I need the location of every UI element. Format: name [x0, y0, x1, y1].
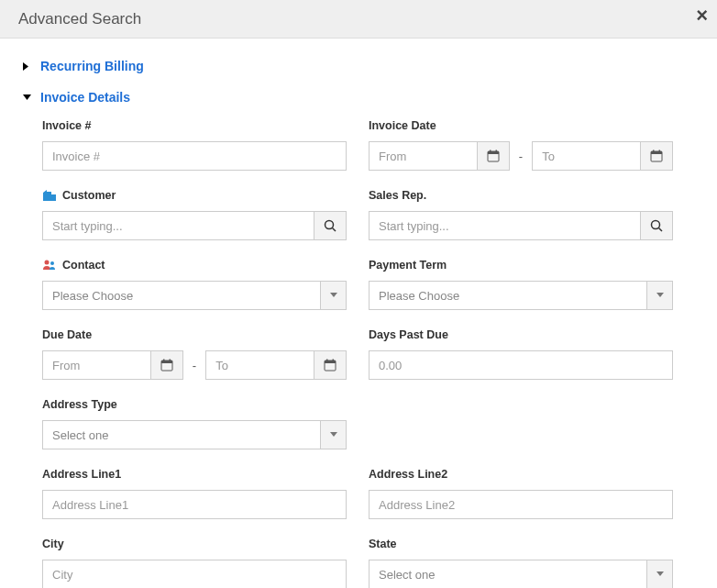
input-days-past-due[interactable] [369, 350, 673, 380]
dialog-header: Advanced Search × [0, 0, 717, 39]
select-state[interactable]: Select one [369, 560, 673, 588]
field-address-line2: Address Line2 [369, 468, 695, 519]
invoice-form: Invoice # Invoice Date - [22, 119, 695, 588]
select-address-type-value: Select one [52, 428, 108, 442]
building-icon [42, 189, 57, 202]
label-customer: Customer [42, 189, 347, 202]
search-icon[interactable] [314, 211, 347, 240]
svg-rect-5 [651, 151, 662, 154]
field-sales-rep: Sales Rep. [369, 189, 695, 240]
chevron-down-icon [22, 94, 35, 102]
select-state-value: Select one [379, 568, 435, 582]
section-invoice-details: Invoice Details Invoice # Invoice Date [22, 86, 695, 588]
calendar-icon[interactable] [314, 350, 347, 380]
label-city: City [42, 538, 347, 550]
chevron-down-icon [320, 282, 346, 309]
label-sales-rep: Sales Rep. [369, 189, 673, 202]
label-invoice-number: Invoice # [42, 119, 347, 132]
field-due-date: Due Date - [42, 328, 369, 380]
select-contact[interactable]: Please Choose [42, 281, 347, 310]
section-toggle-invoice[interactable]: Invoice Details [22, 86, 695, 108]
field-address-line1: Address Line1 [42, 468, 369, 519]
input-address-line2[interactable] [369, 490, 673, 519]
svg-rect-7 [659, 150, 661, 153]
field-contact: Contact Please Choose [42, 259, 369, 310]
input-due-date-to[interactable] [205, 350, 314, 380]
field-empty [369, 398, 695, 449]
input-address-line1[interactable] [42, 490, 347, 519]
input-invoice-number[interactable] [42, 141, 347, 171]
calendar-icon[interactable] [150, 350, 183, 380]
label-contact-text: Contact [62, 259, 105, 272]
svg-point-13 [50, 261, 54, 265]
label-payment-term: Payment Term [369, 259, 673, 272]
search-icon[interactable] [640, 211, 673, 240]
svg-point-10 [652, 221, 660, 229]
field-customer: Customer [42, 189, 369, 240]
chevron-down-icon [646, 282, 672, 309]
input-invoice-date-from[interactable] [369, 141, 477, 171]
chevron-right-icon [22, 61, 35, 72]
svg-rect-15 [161, 361, 172, 363]
svg-rect-19 [325, 361, 336, 363]
label-customer-text: Customer [62, 189, 116, 202]
svg-line-11 [659, 228, 663, 232]
calendar-icon[interactable] [477, 141, 510, 171]
svg-rect-16 [163, 360, 165, 362]
label-address-line2: Address Line2 [369, 468, 673, 481]
svg-rect-20 [326, 360, 328, 362]
select-address-type[interactable]: Select one [42, 420, 347, 449]
section-title-invoice: Invoice Details [40, 90, 130, 105]
svg-rect-1 [488, 151, 499, 154]
svg-rect-17 [169, 360, 171, 362]
field-invoice-number: Invoice # [42, 119, 369, 171]
svg-point-8 [325, 221, 334, 229]
label-address-type: Address Type [42, 398, 347, 411]
label-address-line1: Address Line1 [42, 468, 347, 481]
svg-line-9 [333, 228, 336, 232]
select-payment-term-value: Please Choose [379, 289, 459, 303]
calendar-icon[interactable] [640, 141, 673, 171]
chevron-down-icon [320, 421, 346, 449]
field-payment-term: Payment Term Please Choose [369, 259, 695, 310]
chevron-down-icon [646, 560, 672, 588]
svg-point-12 [45, 261, 50, 265]
field-state: State Select one [369, 538, 695, 588]
input-due-date-from[interactable] [42, 350, 150, 380]
label-due-date: Due Date [42, 328, 347, 341]
field-invoice-date: Invoice Date - [369, 119, 695, 171]
input-city[interactable] [42, 560, 347, 588]
range-separator: - [510, 150, 532, 163]
select-contact-value: Please Choose [52, 289, 133, 303]
input-sales-rep[interactable] [369, 211, 640, 240]
section-toggle-recurring[interactable]: Recurring Billing [22, 55, 695, 77]
svg-rect-2 [490, 150, 491, 153]
select-payment-term[interactable]: Please Choose [369, 281, 673, 310]
dialog-content: Recurring Billing Invoice Details Invoic… [0, 39, 717, 588]
field-city: City [42, 538, 369, 588]
svg-rect-3 [495, 150, 497, 153]
field-days-past-due: Days Past Due [369, 328, 695, 380]
label-contact: Contact [42, 259, 347, 272]
range-separator: - [183, 359, 205, 372]
section-recurring-billing: Recurring Billing [22, 55, 695, 77]
close-icon[interactable]: × [696, 6, 708, 26]
input-customer[interactable] [42, 211, 314, 240]
dialog-title: Advanced Search [18, 10, 141, 28]
label-invoice-date: Invoice Date [369, 119, 673, 132]
section-title-recurring: Recurring Billing [40, 59, 144, 73]
label-state: State [369, 538, 673, 550]
field-address-type: Address Type Select one [42, 398, 369, 449]
svg-rect-21 [333, 360, 335, 362]
input-invoice-date-to[interactable] [532, 141, 640, 171]
people-icon [42, 259, 57, 272]
label-days-past-due: Days Past Due [369, 328, 673, 341]
svg-rect-6 [653, 150, 655, 153]
